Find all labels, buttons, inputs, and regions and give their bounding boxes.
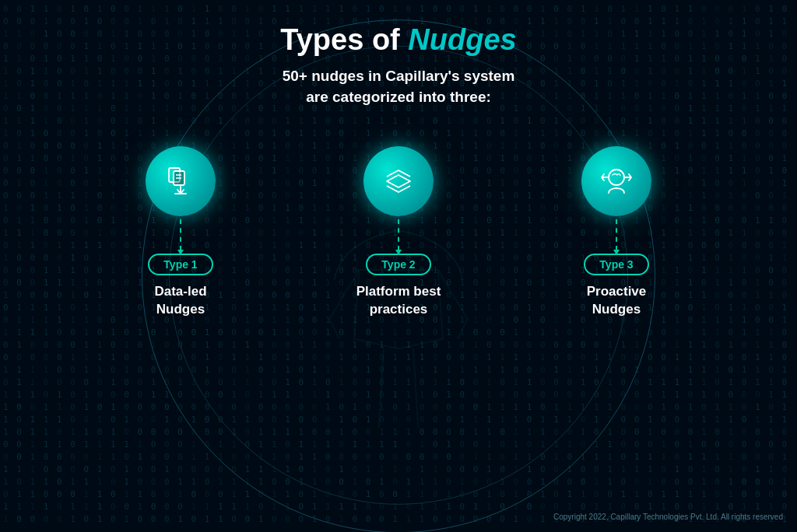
card-type2: Type 2 Platform bestpractices <box>313 146 484 319</box>
connector-3 <box>616 219 617 250</box>
connector-1 <box>180 219 181 250</box>
card-label-3: ProactiveNudges <box>587 283 647 319</box>
connector-2 <box>398 219 399 250</box>
subtitle: 50+ nudges in Capillary's system are cat… <box>283 66 515 107</box>
icon-data-led <box>146 146 216 216</box>
subtitle-line1: 50+ nudges in Capillary's system <box>283 68 515 84</box>
title-text-italic: Nudges <box>408 23 516 56</box>
svg-point-7 <box>609 170 624 185</box>
card-label-1: Data-ledNudges <box>154 283 206 319</box>
card-label-2: Platform bestpractices <box>356 283 441 319</box>
main-content: Types of Nudges 50+ nudges in Capillary'… <box>0 0 797 532</box>
type-badge-2: Type 2 <box>366 254 430 275</box>
card-type3: Type 3 ProactiveNudges <box>531 146 702 319</box>
card-type1: Type 1 Data-ledNudges <box>95 146 266 319</box>
page-title: Types of Nudges <box>280 23 516 57</box>
icon-proactive <box>581 146 651 216</box>
copyright: Copyright 2022, Capillary Technologies P… <box>553 513 783 521</box>
icon-platform <box>363 146 434 216</box>
type-badge-1: Type 1 <box>148 254 212 275</box>
subtitle-line2: are categorized into three: <box>306 89 491 105</box>
type-badge-3: Type 3 <box>584 254 648 275</box>
cards-row: Type 1 Data-ledNudges Type 2 Platform be… <box>0 146 797 319</box>
title-text-plain: Types of <box>280 23 408 56</box>
